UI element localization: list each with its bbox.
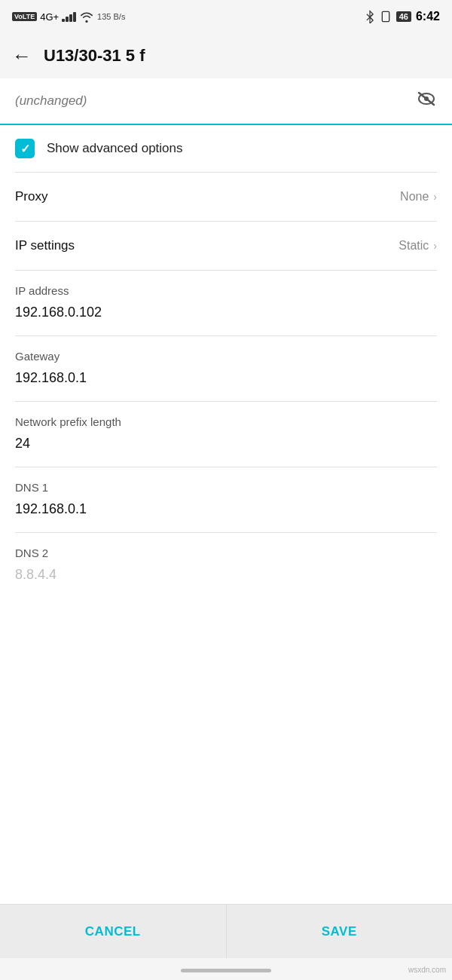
cancel-button[interactable]: CANCEL <box>0 905 227 958</box>
gateway-value[interactable]: 192.168.0.1 <box>15 370 437 397</box>
hide-password-icon[interactable] <box>416 90 437 112</box>
speed-indicator: 135 B/s <box>97 12 125 21</box>
proxy-chevron-icon: › <box>433 191 437 203</box>
network-type: 4G+ <box>40 11 59 23</box>
home-pill <box>181 969 271 972</box>
home-indicator <box>0 958 452 980</box>
bar2 <box>66 17 69 22</box>
dns2-label: DNS 2 <box>15 547 437 559</box>
back-button[interactable]: ← <box>12 46 32 66</box>
battery-level: 46 <box>396 11 411 22</box>
gateway-section: Gateway 192.168.0.1 <box>0 336 452 401</box>
dns1-value[interactable]: 192.168.0.1 <box>15 501 437 528</box>
ip-settings-value-group: Static › <box>399 239 437 253</box>
proxy-label: Proxy <box>15 189 47 204</box>
network-prefix-section: Network prefix length 24 <box>0 402 452 467</box>
signal-bars <box>62 12 76 22</box>
network-prefix-value[interactable]: 24 <box>15 436 437 462</box>
ip-settings-value: Static <box>399 239 429 253</box>
content-area: ✓ Show advanced options Proxy None › IP … <box>0 78 452 904</box>
proxy-value-group: None › <box>400 190 437 204</box>
advanced-options-checkbox[interactable]: ✓ <box>15 139 35 158</box>
bar4 <box>73 12 76 22</box>
password-row <box>0 78 452 125</box>
proxy-value: None <box>400 190 429 204</box>
bar1 <box>62 19 65 22</box>
checkmark-icon: ✓ <box>20 142 30 156</box>
ip-address-label: IP address <box>15 284 437 297</box>
save-button[interactable]: SAVE <box>227 905 453 958</box>
bottom-buttons: CANCEL SAVE <box>0 904 452 958</box>
gateway-label: Gateway <box>15 350 437 363</box>
dns2-section: DNS 2 8.8.4.4 <box>0 533 452 598</box>
header: ← U13/30-31 5 f <box>0 33 452 78</box>
ip-settings-chevron-icon: › <box>433 240 437 252</box>
watermark: wsxdn.com <box>408 966 446 974</box>
svg-rect-2 <box>382 11 389 21</box>
dns1-label: DNS 1 <box>15 481 437 494</box>
bluetooth-icon <box>365 10 375 23</box>
bar3 <box>69 14 72 22</box>
ip-settings-row[interactable]: IP settings Static › <box>0 222 452 270</box>
advanced-options-row[interactable]: ✓ Show advanced options <box>0 125 452 172</box>
phone-icon <box>380 11 392 23</box>
dns2-value[interactable]: 8.8.4.4 <box>15 567 437 593</box>
network-prefix-label: Network prefix length <box>15 415 437 428</box>
ip-settings-label: IP settings <box>15 238 75 253</box>
ip-address-value[interactable]: 192.168.0.102 <box>15 305 437 331</box>
time: 6:42 <box>416 10 440 23</box>
status-right: 46 6:42 <box>365 10 440 23</box>
status-bar: VoLTE 4G+ 135 B/s 46 6:42 <box>0 0 452 33</box>
dns1-section: DNS 1 192.168.0.1 <box>0 467 452 532</box>
status-left: VoLTE 4G+ 135 B/s <box>12 11 125 23</box>
volte-badge: VoLTE <box>12 12 37 21</box>
password-input[interactable] <box>15 93 416 109</box>
advanced-options-label: Show advanced options <box>47 141 183 156</box>
ip-address-section: IP address 192.168.0.102 <box>0 271 452 335</box>
page-title: U13/30-31 5 f <box>44 46 145 66</box>
proxy-row[interactable]: Proxy None › <box>0 173 452 221</box>
wifi-icon <box>79 11 94 23</box>
